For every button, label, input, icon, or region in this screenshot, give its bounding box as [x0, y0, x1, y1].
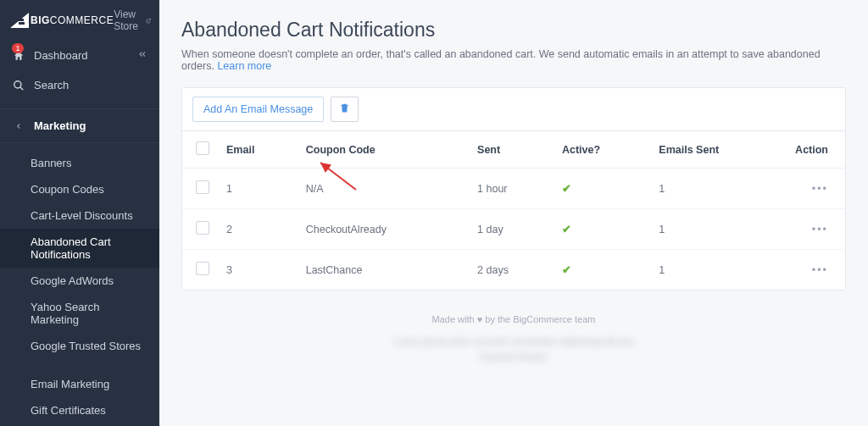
table-header-row: Email Coupon Code Sent Active? Emails Se…: [182, 131, 845, 169]
external-link-icon: [146, 16, 151, 25]
svg-line-0: [147, 19, 150, 21]
nav-search[interactable]: Search: [0, 70, 159, 100]
home-icon: 1: [12, 50, 25, 62]
logo[interactable]: BIGCOMMERCE: [10, 13, 114, 28]
row-actions[interactable]: •••: [812, 264, 828, 276]
sidebar-item-yahoo-search[interactable]: Yahoo Search Marketing: [0, 294, 159, 333]
nav-dashboard[interactable]: 1 Dashboard: [0, 41, 159, 70]
toolbar: Add An Email Message: [182, 88, 845, 131]
page-description: When someone doesn't complete an order, …: [181, 48, 846, 72]
svg-line-2: [20, 86, 24, 90]
view-store-link[interactable]: View Store: [114, 8, 151, 32]
check-icon: ✔: [562, 183, 571, 195]
col-email: Email: [218, 131, 298, 169]
select-all-checkbox[interactable]: [196, 141, 209, 155]
row-actions[interactable]: •••: [812, 224, 828, 235]
footer-legal: Lorem ipsum dolor sit amet consectetur a…: [181, 335, 846, 364]
emails-table: Email Coupon Code Sent Active? Emails Se…: [182, 131, 845, 290]
sidebar: BIGCOMMERCE View Store 1 Dashboard: [0, 0, 159, 426]
row-actions[interactable]: •••: [812, 183, 828, 195]
row-checkbox[interactable]: [196, 180, 209, 194]
section-items: Banners Coupon Codes Cart-Level Discount…: [0, 143, 159, 426]
col-active: Active?: [554, 131, 650, 169]
table-row: 1 N/A 1 hour ✔ 1 •••: [182, 169, 845, 209]
chevron-left-icon: [12, 122, 25, 130]
sidebar-item-google-trusted[interactable]: Google Trusted Stores: [0, 333, 159, 359]
table-row: 3 LastChance 2 days ✔ 1 •••: [182, 250, 845, 290]
footer-credits: Made with ♥ by the BigCommerce team: [181, 314, 846, 324]
svg-point-1: [14, 80, 21, 87]
row-checkbox[interactable]: [196, 262, 209, 275]
col-action: Action: [786, 131, 845, 169]
nav-primary: 1 Dashboard Search: [0, 37, 159, 103]
check-icon: ✔: [562, 264, 571, 276]
col-sent: Sent: [469, 131, 554, 169]
col-coupon: Coupon Code: [298, 131, 469, 169]
notification-badge: 1: [12, 43, 23, 53]
page-title: Abandoned Cart Notifications: [181, 19, 846, 41]
sidebar-item-gift-certificates[interactable]: Gift Certificates: [0, 397, 159, 423]
sidebar-item-coupon-codes[interactable]: Coupon Codes: [0, 176, 159, 202]
logo-icon: [10, 13, 29, 28]
search-icon: [12, 80, 25, 91]
row-checkbox[interactable]: [196, 221, 209, 235]
learn-more-link[interactable]: Learn more: [217, 60, 271, 72]
sidebar-item-abandoned-cart[interactable]: Abandoned Cart Notifications: [0, 229, 159, 268]
sidebar-item-google-adwords[interactable]: Google AdWords: [0, 268, 159, 294]
section-marketing[interactable]: Marketing: [0, 108, 159, 143]
trash-icon: [339, 102, 350, 113]
table-row: 2 CheckoutAlready 1 day ✔ 1 •••: [182, 209, 845, 250]
sidebar-item-banners[interactable]: Banners: [0, 150, 159, 176]
sidebar-header: BIGCOMMERCE View Store: [0, 0, 159, 37]
panel: Add An Email Message Email Coupon Code S…: [181, 87, 846, 290]
check-icon: ✔: [562, 224, 571, 235]
col-emails-sent: Emails Sent: [650, 131, 786, 169]
delete-button[interactable]: [331, 97, 359, 122]
collapse-icon[interactable]: [137, 49, 147, 62]
add-email-button[interactable]: Add An Email Message: [192, 97, 324, 122]
sidebar-item-cart-discounts[interactable]: Cart-Level Discounts: [0, 202, 159, 229]
logo-text: BIGCOMMERCE: [31, 14, 114, 26]
main-content: Abandoned Cart Notifications When someon…: [159, 0, 868, 426]
sidebar-item-email-marketing[interactable]: Email Marketing: [0, 371, 159, 397]
